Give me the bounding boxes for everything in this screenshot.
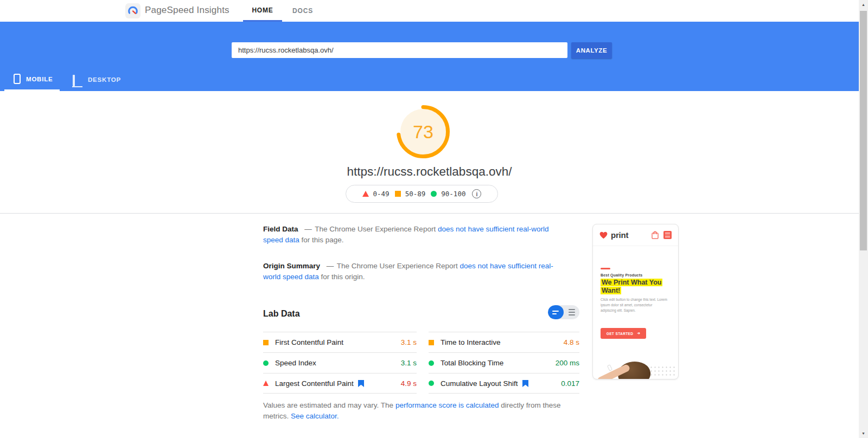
legend-range-slow: 0-49 <box>362 190 390 198</box>
tab-desktop-label: DESKTOP <box>88 76 121 83</box>
scroll-up-arrow[interactable]: ▲ <box>859 0 868 9</box>
metric-name: Speed Index <box>275 359 316 367</box>
preview-site-header: print <box>593 224 678 246</box>
legend-range-average: 50-89 <box>395 190 426 198</box>
fast-circle-icon <box>429 381 434 386</box>
metric-name: Time to Interactive <box>441 338 501 346</box>
estimate-note: Values are estimated and may vary. The p… <box>263 400 561 422</box>
section-divider <box>0 213 859 214</box>
scrollbar-thumb[interactable] <box>860 11 867 250</box>
page-screenshot-preview: print Best Quality Products We Print Wha… <box>592 224 679 379</box>
phone-icon <box>14 74 21 84</box>
dash: — <box>304 225 312 233</box>
field-data-block: Field Data — The Chrome User Experience … <box>263 224 567 246</box>
origin-summary-suffix: for this origin. <box>319 273 365 281</box>
tab-docs[interactable]: DOCS <box>286 0 319 22</box>
tab-home[interactable]: HOME <box>243 0 282 22</box>
metric-value: 3.1 s <box>401 359 417 367</box>
watch <box>607 364 612 371</box>
legend-range-fast: 90-100 <box>431 190 465 198</box>
performance-score-gauge: 73 <box>396 105 450 159</box>
metric-value: 4.9 s <box>401 379 417 388</box>
metric-first-contentful-paint: First Contentful Paint 3.1 s <box>263 332 417 352</box>
list-icon <box>569 309 575 310</box>
dash: — <box>327 262 334 270</box>
arrow-right-icon: ➔ <box>637 331 640 336</box>
vertical-scrollbar[interactable]: ▲ ▼ <box>859 0 868 438</box>
bookmark-icon <box>358 380 364 387</box>
metric-time-to-interactive: Time to Interactive 4.8 s <box>429 332 579 352</box>
lab-metrics-table: First Contentful Paint 3.1 s Time to Int… <box>263 332 579 394</box>
app-title: PageSpeed Insights <box>145 5 229 16</box>
laptop-icon <box>72 76 82 83</box>
preview-cta-button: GET STARTED ➔ <box>601 328 646 339</box>
analyzed-url: https://rucss.rocketlabsqa.ovh/ <box>0 165 859 179</box>
url-input[interactable] <box>232 42 567 58</box>
tab-mobile-label: MOBILE <box>26 76 53 82</box>
red-triangle-icon <box>362 191 369 197</box>
metric-name: Total Blocking Time <box>441 359 503 367</box>
fast-circle-icon <box>429 360 434 366</box>
top-header: PageSpeed Insights HOME DOCS <box>0 0 868 22</box>
metric-largest-contentful-paint: Largest Contentful Paint 4.9 s <box>263 373 417 394</box>
slow-triangle-icon <box>263 381 269 386</box>
tab-mobile[interactable]: MOBILE <box>4 68 60 91</box>
score-value: 73 <box>396 105 450 159</box>
speedometer-icon <box>127 5 139 17</box>
field-data-prefix: The Chrome User Experience Report <box>315 225 438 233</box>
dot-pattern <box>649 365 675 377</box>
metric-cumulative-layout-shift: Cumulative Layout Shift 0.017 <box>429 373 579 394</box>
pagespeed-logo <box>125 3 141 18</box>
performance-score-link[interactable]: performance score is calculated <box>395 401 499 409</box>
legend-label-fast: 90-100 <box>441 190 465 198</box>
green-circle-icon <box>431 191 437 197</box>
legend-label-slow: 0-49 <box>373 190 390 198</box>
average-square-icon <box>429 340 434 345</box>
origin-summary-title: Origin Summary <box>263 262 320 270</box>
preview-site-logo: print <box>611 230 628 240</box>
metric-value: 0.017 <box>561 379 579 388</box>
lab-data-view-toggle <box>548 305 579 319</box>
info-icon[interactable]: i <box>472 189 481 198</box>
search-banner: ANALYZE MOBILE DESKTOP <box>0 22 868 91</box>
metric-value: 3.1 s <box>401 338 417 346</box>
field-data-suffix: for this page. <box>299 236 344 244</box>
metric-total-blocking-time: Total Blocking Time 200 ms <box>429 352 579 373</box>
metric-name: Cumulative Layout Shift <box>441 379 518 388</box>
origin-summary-prefix: The Chrome User Experience Report <box>337 262 460 270</box>
bookmark-icon <box>522 380 528 387</box>
scroll-down-arrow[interactable]: ▼ <box>859 429 868 438</box>
metric-speed-index: Speed Index 3.1 s <box>263 352 417 373</box>
compact-view-button[interactable] <box>548 305 564 319</box>
tab-desktop[interactable]: DESKTOP <box>68 68 128 91</box>
metric-name: Largest Contentful Paint <box>275 379 354 388</box>
field-data-title: Field Data <box>263 225 298 233</box>
heart-logo-icon <box>599 231 608 239</box>
preview-tagline: Best Quality Products <box>601 273 642 277</box>
analyze-button[interactable]: ANALYZE <box>571 42 612 59</box>
orange-square-icon <box>395 191 401 197</box>
average-square-icon <box>263 340 269 345</box>
metric-name: First Contentful Paint <box>275 338 343 346</box>
fast-circle-icon <box>263 360 269 366</box>
note-text: Values are estimated and may vary. The <box>263 401 395 409</box>
legend-label-average: 50-89 <box>405 190 426 198</box>
lab-data-title: Lab Data <box>263 309 300 319</box>
metric-value: 200 ms <box>556 359 579 367</box>
preview-photo <box>593 346 678 379</box>
list-view-button[interactable] <box>564 305 579 319</box>
origin-summary-block: Origin Summary — The Chrome User Experie… <box>263 261 567 282</box>
preview-body-text: Click edit button to change this text. L… <box>601 297 669 313</box>
preview-accent-dash <box>601 268 610 269</box>
pagespeed-insights-app: PageSpeed Insights HOME DOCS ANALYZE MOB… <box>0 0 868 438</box>
shopping-bag-icon <box>652 231 659 239</box>
metric-value: 4.8 s <box>564 338 579 346</box>
menu-icon <box>663 231 672 239</box>
score-legend: 0-49 50-89 90-100 i <box>346 185 498 203</box>
sort-icon <box>552 311 559 312</box>
see-calculator-link[interactable]: See calculator. <box>291 412 339 420</box>
preview-headline: We Print What You Want! <box>601 279 670 295</box>
